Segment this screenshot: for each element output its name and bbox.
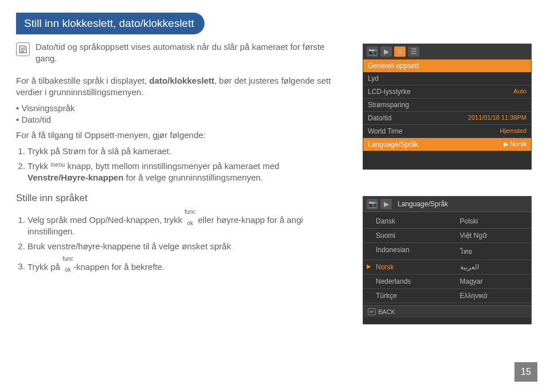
page-number: 15	[514, 362, 537, 382]
settings-row: Lyd	[363, 72, 531, 85]
language-row: DanskPolski	[363, 214, 531, 229]
back-label: BACK	[378, 308, 395, 315]
text: Trykk på	[28, 261, 62, 271]
text: For å tilbakestille språk i displayet,	[16, 76, 150, 85]
back-bar: ↩ BACK	[363, 305, 531, 317]
text: for å velge grunninnstillingsmenyen.	[124, 173, 263, 182]
language-option: Việt Ngữ	[447, 230, 532, 241]
bullet-item: Dato/tid	[16, 114, 337, 126]
language-option: Türkçe	[363, 291, 447, 301]
tab-icon: 📷	[367, 46, 378, 57]
language-option: Indonesian	[363, 245, 447, 258]
step-item: Velg språk med Opp/Ned-knappen, trykk fu…	[28, 209, 337, 237]
sub-heading: Stille inn språket	[16, 192, 337, 205]
instruction-lead: For å få tilgang til Oppsett-menyen, gjø…	[16, 130, 337, 141]
tab-icon: ▶	[380, 199, 392, 209]
camera-screen-settings: 📷 ▶ ⚙ ☰ Generelt oppsett LydLCD-lysstyrk…	[363, 44, 532, 170]
row-label: Strømsparing	[368, 101, 409, 109]
settings-row: Language/Språk▶ Norsk	[363, 138, 531, 151]
para-display-reset: For å tilbakestille språk i displayet, d…	[16, 75, 337, 99]
main-text: Dato/tid og språkoppsett vises automatis…	[16, 41, 337, 278]
language-row: Norskالعربية	[363, 260, 531, 275]
language-row: Indonesianไทย	[363, 243, 531, 260]
language-option: Dansk	[363, 216, 447, 226]
func-label: func	[62, 257, 73, 261]
text: -knappen for å bekrefte.	[73, 261, 164, 271]
ok-label: ok	[65, 268, 71, 272]
text: Trykk	[28, 161, 50, 171]
language-option: Magyar	[447, 276, 532, 287]
bullet-item: Visningsspråk	[16, 103, 337, 114]
language-option: Nederlands	[363, 276, 447, 287]
language-option: ไทย	[447, 245, 532, 258]
step-item: Trykk menu knapp, bytt mellom innstillin…	[28, 160, 337, 184]
language-row: TürkçeΕλληνικά	[363, 289, 531, 303]
language-row: NederlandsMagyar	[363, 275, 531, 289]
row-label: Lyd	[368, 75, 379, 83]
language-option: Polski	[447, 216, 532, 226]
screen-title: Language/Språk	[394, 200, 528, 208]
text: knapp, bytt mellom innstillingsmenyer på…	[65, 161, 279, 171]
screen-title: Generelt oppsett	[363, 60, 531, 72]
section-title: Still inn klokkeslett, dato/klokkeslett	[16, 13, 205, 34]
tab-icon: 📷	[367, 199, 378, 209]
back-icon: ↩	[368, 308, 376, 315]
settings-row: Strømsparing	[363, 99, 531, 112]
language-option: Ελληνικά	[447, 291, 532, 301]
language-option: Suomi	[363, 230, 447, 241]
screen-tabs: 📷 ▶ Language/Språk	[363, 197, 531, 212]
note-icon	[16, 42, 30, 56]
row-label: Language/Språk	[368, 140, 418, 148]
language-row: SuomiViệt Ngữ	[363, 229, 531, 243]
tab-icon: ☰	[408, 46, 419, 57]
language-option: Norsk	[363, 262, 447, 272]
tab-icon: ▶	[380, 46, 392, 57]
bold-term: dato/klokkeslett	[150, 76, 214, 85]
step-item: Trykk på Strøm for å slå på kameraet.	[28, 146, 337, 157]
tab-icon: ⚙	[394, 46, 406, 57]
ok-label: ok	[187, 221, 193, 226]
settings-row: LCD-lysstyrkeAuto	[363, 85, 531, 99]
row-value: ▶ Norsk	[504, 140, 527, 148]
menu-label: menu	[50, 163, 65, 167]
row-label: World Time	[368, 127, 402, 135]
row-label: Dato/tid	[368, 114, 391, 122]
row-value: Auto	[513, 88, 527, 96]
row-value: Hjemsted	[500, 127, 527, 135]
camera-screen-language: 📷 ▶ Language/Språk DanskPolskiSuomiViệt …	[363, 196, 532, 324]
step-item: Trykk på funcok-knappen for å bekrefte.	[28, 256, 337, 273]
row-label: LCD-lysstyrke	[368, 88, 411, 96]
func-label: func	[184, 210, 195, 214]
settings-row: Dato/tid2011/01/18 11:38PM	[363, 112, 531, 125]
note-text: Dato/tid og språkoppsett vises automatis…	[36, 41, 337, 65]
language-option: العربية	[447, 262, 532, 272]
step-item: Bruk venstre/høyre-knappene til å velge …	[28, 241, 337, 252]
settings-row: World TimeHjemsted	[363, 125, 531, 138]
bold-term: Venstre/Høyre-knappen	[28, 173, 124, 182]
screen-tabs: 📷 ▶ ⚙ ☰	[363, 44, 531, 60]
text: Velg språk med Opp/Ned-knappen, trykk	[28, 215, 184, 225]
row-value: 2011/01/18 11:38PM	[468, 114, 527, 122]
